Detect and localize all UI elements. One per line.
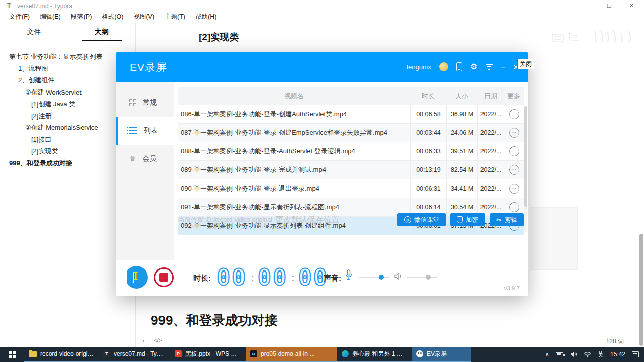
col-more[interactable]: 更多 [504, 87, 524, 105]
clock[interactable]: 15:42 [610, 351, 625, 358]
task-label: verse07.md - Typora [114, 350, 166, 357]
more-button[interactable]: ··· [509, 128, 519, 138]
menu-file[interactable]: 文件(F) [4, 11, 35, 22]
sidebar-toggle-icon[interactable]: ‹ [143, 337, 145, 344]
menu-theme[interactable]: 主题(T) [159, 11, 190, 22]
table-row[interactable]: 088-单一架构案例-业务功能-登录-AuthServlet 登录逻辑.mp4 … [178, 142, 524, 161]
record-button[interactable]: I [125, 266, 148, 289]
ev-titlebar[interactable]: EV录屏 fengunix ⚙ – × [116, 52, 528, 82]
outline-item[interactable]: 1、流程图 [0, 63, 135, 75]
nav-vip[interactable]: ♛ 会员 [116, 145, 174, 173]
close-tooltip: 关闭 [517, 59, 534, 69]
stop-button[interactable] [154, 267, 174, 287]
taskbar-item-explorer[interactable]: record-video-origin... [24, 347, 99, 362]
taskbar-item-idea[interactable]: IJ pro05-demo-all-in-... [246, 347, 337, 362]
wps-icon: P [175, 350, 182, 357]
tab-outline[interactable]: 大纲 [68, 23, 136, 40]
encrypt-button[interactable]: + 加密 [450, 213, 485, 226]
change-location-link[interactable]: 更改默认保存位置 [275, 215, 340, 225]
outline-item[interactable]: [1]接口 [0, 134, 135, 146]
video-duration: 00:03:44 [410, 124, 446, 142]
ev-control-bar: I 时长: 00 : 00 : 00 声音: v3.9.7 [116, 260, 528, 296]
menu-edit[interactable]: 编辑(E) [35, 11, 66, 22]
typora-menubar: 文件(F) 编辑(E) 段落(P) 格式(O) 视图(V) 主题(T) 帮助(H… [0, 11, 644, 22]
ime-indicator[interactable]: 英 [598, 350, 604, 359]
table-row[interactable]: 090-单一架构案例-业务功能-登录-退出登录.mp4 00:06:31 34.… [178, 179, 524, 198]
nav-general[interactable]: 常规 [116, 88, 174, 117]
wechat-classroom-icon: p [404, 216, 411, 223]
table-row[interactable]: 086-单一架构案例-业务功能-登录-创建AuthServlet类.mp4 00… [178, 105, 524, 124]
outline-item[interactable]: [2]注册 [0, 110, 135, 122]
tray-expand-icon[interactable]: ∧ [545, 351, 549, 358]
start-button[interactable] [0, 347, 24, 362]
more-button[interactable]: ··· [509, 165, 519, 175]
button-label: 加密 [466, 216, 478, 224]
video-size: 82.54 M [446, 161, 477, 179]
col-video-name[interactable]: 视频名 [178, 87, 410, 105]
menu-format[interactable]: 格式(O) [97, 11, 128, 22]
document-block-placeholder [530, 207, 578, 270]
col-size[interactable]: 大小 [446, 87, 477, 105]
slider-knob[interactable] [426, 275, 431, 280]
video-name: 090-单一架构案例-业务功能-登录-退出登录.mp4 [178, 179, 410, 198]
video-name: 089-单一架构案例-业务功能-登录-完成并测试.mp4 [178, 161, 410, 179]
vip-icon: ♛ [129, 154, 136, 163]
task-label: record-video-origin... [40, 350, 94, 357]
speaker-volume-slider[interactable] [407, 277, 438, 278]
nav-label: 常规 [143, 98, 157, 107]
outline-item[interactable]: [2]实现类 [0, 145, 135, 157]
nav-label: 会员 [142, 154, 156, 163]
wifi-icon[interactable] [584, 352, 591, 357]
ev-footer: 当前位置: D:/record-video-original 更改默认保存位置 … [178, 210, 524, 229]
video-date: 2022/... [477, 179, 504, 198]
document-scrollbar[interactable] [639, 234, 643, 346]
windows-logo-icon [9, 351, 16, 358]
clip-button[interactable]: ✂ 剪辑 [490, 213, 524, 226]
menu-paragraph[interactable]: 段落(P) [66, 11, 97, 22]
window-close-button[interactable]: × [624, 1, 639, 10]
window-minimize-button[interactable]: – [579, 1, 594, 10]
microphone-icon[interactable] [345, 269, 352, 281]
menu-help[interactable]: 帮助(H) [190, 11, 221, 22]
battery-icon[interactable] [556, 352, 564, 356]
more-button[interactable]: ··· [509, 184, 519, 194]
tray-speaker-icon[interactable] [570, 351, 577, 357]
video-duration: 00:13:19 [410, 161, 446, 179]
table-row[interactable]: 089-单一架构案例-业务功能-登录-完成并测试.mp4 00:13:19 82… [178, 161, 524, 179]
more-button[interactable]: ··· [509, 109, 519, 119]
outline-item[interactable]: 第七节 业务功能：显示奏折列表 [0, 51, 135, 63]
mobile-icon[interactable] [456, 62, 462, 71]
window-maximize-button[interactable]: □ [602, 1, 617, 10]
taskbar-item-edge[interactable]: 养心殿 和另外 1 个页... [337, 347, 412, 362]
avatar[interactable] [439, 62, 448, 71]
tab-files[interactable]: 文件 [0, 23, 68, 40]
username[interactable]: fengunix [406, 63, 431, 71]
menu-view[interactable]: 视图(V) [128, 11, 159, 22]
mic-volume-slider[interactable] [359, 277, 390, 278]
more-button[interactable]: ··· [509, 146, 519, 156]
video-date: 2022/... [477, 105, 504, 123]
document-statusbar: ‹ </> 128 词 [136, 334, 644, 347]
slider-knob[interactable] [379, 275, 384, 280]
nav-list[interactable]: 列表 [116, 117, 174, 145]
dialog-minimize-button[interactable]: – [501, 63, 505, 71]
duration-label: 时长: [193, 274, 211, 283]
outline-item[interactable]: [1]创建 Java 类 [0, 98, 135, 110]
col-duration[interactable]: 时长 [410, 87, 446, 105]
taskbar-item-wps[interactable]: P 黑板.pptx - WPS Off... [170, 347, 246, 362]
settings-gear-icon[interactable]: ⚙ [470, 63, 477, 71]
outline-item[interactable]: 2、创建组件 [0, 74, 135, 86]
table-row[interactable]: 087-单一架构案例-业务功能-登录-创建EmpService和登录失败异常.m… [178, 124, 524, 142]
outline-item[interactable]: 999、和登录成功对接 [0, 157, 135, 169]
taskbar-item-typora[interactable]: T verse07.md - Typora [99, 347, 170, 362]
taskbar-item-ev[interactable]: EV录屏 [412, 347, 471, 362]
speaker-icon[interactable] [394, 272, 403, 280]
list-scrollbar[interactable] [524, 106, 527, 232]
outline-item[interactable]: ①创建 WorkServlet [0, 86, 135, 99]
filter-icon[interactable] [486, 64, 493, 70]
source-code-mode-icon[interactable]: </> [154, 337, 162, 343]
action-center-icon[interactable] [632, 351, 639, 357]
col-date[interactable]: 日期 [477, 87, 504, 105]
outline-item[interactable]: ②创建 MemorialsService [0, 122, 135, 134]
wechat-classroom-button[interactable]: p 微信课堂 [397, 213, 446, 226]
